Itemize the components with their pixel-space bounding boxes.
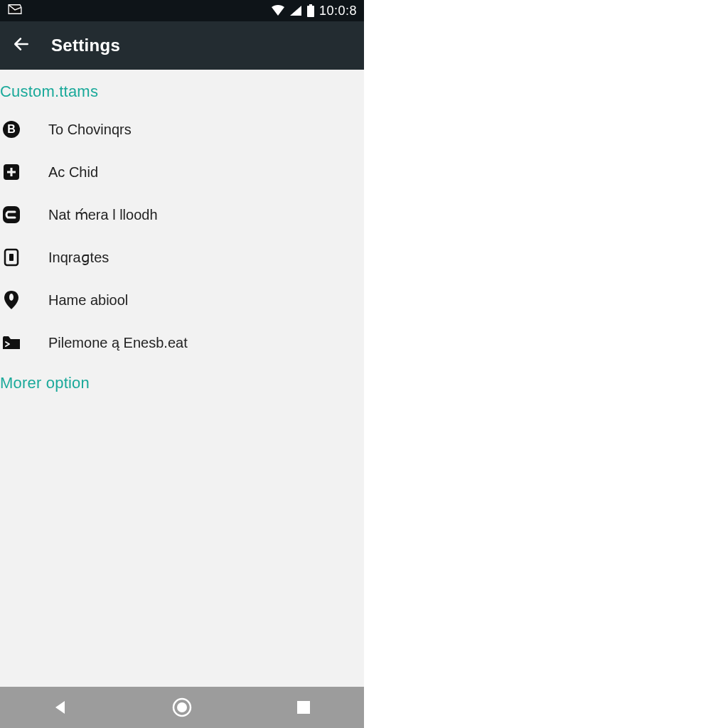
battery-icon: [306, 4, 315, 17]
app-bar: Settings: [0, 21, 364, 70]
settings-item-label: Inqraɡtes: [48, 249, 109, 266]
nav-back-button[interactable]: [4, 687, 117, 728]
settings-item-acchid[interactable]: Ac Chid: [0, 151, 364, 193]
rounded-e-icon: [1, 205, 21, 225]
signal-icon: [289, 5, 302, 16]
right-blank-panel: [364, 0, 728, 728]
svg-text:B: B: [7, 123, 16, 135]
settings-content: Custom.ttams B To Chovinqrs Ac: [0, 70, 364, 687]
settings-item-label: Nat ḿera l lloodh: [48, 206, 158, 223]
settings-item-pilemone[interactable]: Pilemone ą Enesb.eat: [0, 321, 364, 364]
plus-square-icon: [1, 162, 21, 182]
b-circle-icon: B: [1, 119, 21, 139]
status-clock: 10:0:8: [319, 4, 357, 18]
settings-item-label: Hame abiool: [48, 292, 128, 309]
settings-item-natmera[interactable]: Nat ḿera l lloodh: [0, 193, 364, 236]
settings-item-label: Pilemone ą Enesb.eat: [48, 335, 188, 351]
status-bar: 10:0:8: [0, 0, 364, 21]
svg-point-10: [177, 702, 187, 712]
page-icon: [1, 247, 21, 267]
svg-rect-11: [297, 701, 310, 714]
wifi-icon: [271, 5, 285, 16]
nav-home-button[interactable]: [125, 687, 239, 728]
pin-icon: [1, 290, 21, 310]
circle-home-icon: [172, 697, 192, 717]
square-recents-icon: [296, 700, 311, 715]
settings-item-inqragtes[interactable]: Inqraɡtes: [0, 236, 364, 279]
settings-item-hameabiool[interactable]: Hame abiool: [0, 279, 364, 321]
triangle-back-icon: [52, 699, 69, 716]
settings-item-label: Ac Chid: [48, 164, 98, 181]
nav-recents-button[interactable]: [247, 687, 360, 728]
section-title-more: Morer option: [0, 364, 364, 400]
mail-icon: [7, 4, 23, 18]
terminal-folder-icon: [1, 333, 21, 353]
phone-screen: 10:0:8 Settings Custom.ttams B: [0, 0, 364, 728]
svg-rect-1: [307, 6, 314, 17]
app-bar-title: Settings: [51, 36, 120, 55]
section-title-custom: Custom.ttams: [0, 73, 364, 108]
back-arrow-icon: [12, 35, 31, 56]
settings-item-chovinqrs[interactable]: B To Chovinqrs: [0, 108, 364, 151]
svg-rect-0: [309, 4, 312, 6]
svg-rect-7: [9, 254, 14, 261]
settings-item-label: To Chovinqrs: [48, 122, 132, 138]
navigation-bar: [0, 687, 364, 728]
svg-point-8: [9, 294, 14, 301]
back-button[interactable]: [10, 34, 33, 57]
